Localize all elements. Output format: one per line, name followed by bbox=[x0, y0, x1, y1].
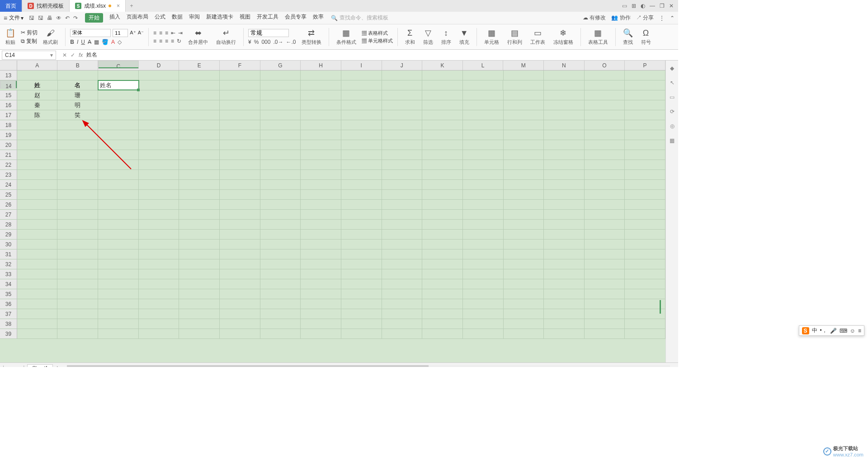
cell-J13[interactable] bbox=[382, 70, 423, 80]
cell-K37[interactable] bbox=[422, 309, 463, 319]
cell-L15[interactable] bbox=[463, 90, 504, 100]
cell-A15[interactable]: 赵 bbox=[17, 90, 58, 100]
cell-P20[interactable] bbox=[625, 140, 665, 150]
cell-O26[interactable] bbox=[585, 200, 625, 209]
cell-A26[interactable] bbox=[17, 200, 58, 209]
cell-C34[interactable] bbox=[98, 279, 139, 289]
cell-C39[interactable] bbox=[98, 329, 139, 338]
cell-C25[interactable] bbox=[98, 190, 139, 199]
cell-J36[interactable] bbox=[382, 299, 423, 309]
cell-J21[interactable] bbox=[382, 150, 423, 160]
cell-P23[interactable] bbox=[625, 170, 665, 179]
cell-E22[interactable] bbox=[179, 160, 220, 169]
cell-G29[interactable] bbox=[260, 230, 301, 239]
cell-C29[interactable] bbox=[98, 230, 139, 239]
cell-I15[interactable] bbox=[341, 90, 382, 100]
cell-N14[interactable] bbox=[544, 80, 585, 90]
cell-E24[interactable] bbox=[179, 180, 220, 189]
row-header[interactable]: 15 bbox=[0, 90, 17, 100]
cell-D38[interactable] bbox=[139, 319, 179, 329]
cell-G39[interactable] bbox=[260, 329, 301, 338]
cell-L25[interactable] bbox=[463, 190, 504, 199]
col-header-B[interactable]: B bbox=[57, 61, 98, 70]
cell-O34[interactable] bbox=[585, 279, 625, 289]
cell-E38[interactable] bbox=[179, 319, 220, 329]
cell-F22[interactable] bbox=[220, 160, 260, 169]
cell-F27[interactable] bbox=[220, 210, 260, 219]
cell-B26[interactable] bbox=[57, 200, 98, 209]
cell-E32[interactable] bbox=[179, 259, 220, 269]
preview-icon[interactable]: 👁 bbox=[56, 15, 61, 21]
cell-C22[interactable] bbox=[98, 160, 139, 169]
sheet-button[interactable]: ▭工作表 bbox=[528, 24, 548, 49]
col-header-M[interactable]: M bbox=[503, 61, 544, 70]
cell-N20[interactable] bbox=[544, 140, 585, 150]
cell-F38[interactable] bbox=[220, 319, 260, 329]
cell-H32[interactable] bbox=[301, 259, 341, 269]
cell-H31[interactable] bbox=[301, 249, 341, 259]
indent-dec-icon[interactable]: ⇤ bbox=[171, 30, 175, 36]
tab-efficiency[interactable]: 效率 bbox=[313, 13, 324, 23]
cell-K17[interactable] bbox=[422, 110, 463, 120]
cell-K39[interactable] bbox=[422, 329, 463, 338]
cell-B32[interactable] bbox=[57, 259, 98, 269]
cell-H34[interactable] bbox=[301, 279, 341, 289]
cell-E30[interactable] bbox=[179, 240, 220, 249]
type-convert-button[interactable]: ⇄类型转换 bbox=[299, 24, 324, 49]
cell-K19[interactable] bbox=[422, 130, 463, 140]
cell-I37[interactable] bbox=[341, 309, 382, 319]
cell-I31[interactable] bbox=[341, 249, 382, 259]
cell-K18[interactable] bbox=[422, 120, 463, 130]
cell-F35[interactable] bbox=[220, 289, 260, 299]
cell-C37[interactable] bbox=[98, 309, 139, 319]
cell-C23[interactable] bbox=[98, 170, 139, 179]
cell-B17[interactable]: 笑 bbox=[57, 110, 98, 120]
cell-H28[interactable] bbox=[301, 220, 341, 229]
cell-N25[interactable] bbox=[544, 190, 585, 199]
cell-P22[interactable] bbox=[625, 160, 665, 169]
row-header[interactable]: 31 bbox=[0, 249, 17, 259]
sidepanel-item[interactable]: ▦ bbox=[670, 137, 675, 144]
table-tools-button[interactable]: ▦表格工具 bbox=[585, 24, 611, 49]
row-header[interactable]: 23 bbox=[0, 170, 17, 179]
cell-A35[interactable] bbox=[17, 289, 58, 299]
cell-A19[interactable] bbox=[17, 130, 58, 140]
cell-B38[interactable] bbox=[57, 319, 98, 329]
cell-M28[interactable] bbox=[504, 220, 544, 229]
cell-E21[interactable] bbox=[179, 150, 220, 160]
cell-E33[interactable] bbox=[179, 269, 220, 279]
cell-N29[interactable] bbox=[544, 230, 585, 239]
cell-M33[interactable] bbox=[504, 269, 544, 279]
cell-F31[interactable] bbox=[220, 249, 260, 259]
cell-N13[interactable] bbox=[544, 70, 585, 80]
cell-E35[interactable] bbox=[179, 289, 220, 299]
row-header[interactable]: 35 bbox=[0, 289, 17, 299]
cell-H24[interactable] bbox=[301, 180, 341, 189]
cell-I17[interactable] bbox=[341, 110, 382, 120]
cell-B19[interactable] bbox=[57, 130, 98, 140]
format-painter[interactable]: 🖌格式刷 bbox=[40, 24, 61, 49]
row-header[interactable]: 30 bbox=[0, 240, 17, 249]
cell-I18[interactable] bbox=[341, 120, 382, 130]
cell-C26[interactable] bbox=[98, 200, 139, 209]
cell-J38[interactable] bbox=[382, 319, 423, 329]
row-header[interactable]: 28 bbox=[0, 220, 17, 229]
cell-K34[interactable] bbox=[422, 279, 463, 289]
cell-J29[interactable] bbox=[382, 230, 423, 239]
cell-O14[interactable] bbox=[585, 80, 625, 90]
cell-G24[interactable] bbox=[260, 180, 301, 189]
cell-G32[interactable] bbox=[260, 259, 301, 269]
row-header[interactable]: 26 bbox=[0, 200, 17, 209]
cell-E26[interactable] bbox=[179, 200, 220, 209]
cell-O19[interactable] bbox=[585, 130, 625, 140]
cell-N27[interactable] bbox=[544, 210, 585, 219]
cell-J22[interactable] bbox=[382, 160, 423, 169]
cell-K38[interactable] bbox=[422, 319, 463, 329]
cell-F32[interactable] bbox=[220, 259, 260, 269]
cell-H14[interactable] bbox=[301, 80, 341, 90]
cell-H17[interactable] bbox=[301, 110, 341, 120]
cell-E31[interactable] bbox=[179, 249, 220, 259]
cell-K31[interactable] bbox=[422, 249, 463, 259]
col-header-O[interactable]: O bbox=[585, 61, 625, 70]
sidepanel-item[interactable]: ◎ bbox=[670, 123, 675, 129]
